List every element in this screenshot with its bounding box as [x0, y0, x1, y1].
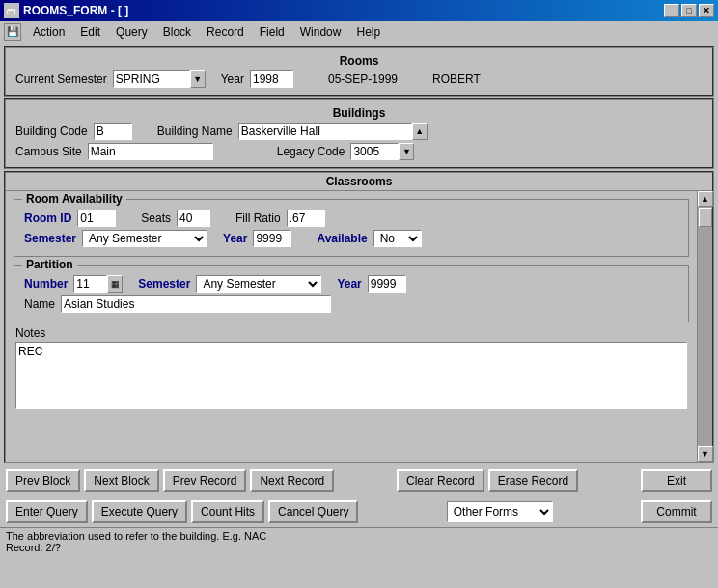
campus-site-row: Campus Site Legacy Code ▼	[15, 143, 703, 160]
notes-input[interactable]: REC	[15, 342, 687, 409]
room-availability-group: Room Availability Room ID Seats Fill Rat…	[14, 199, 689, 257]
app-icon: 🗃	[4, 3, 19, 18]
room-id-input[interactable]	[77, 210, 116, 227]
partition-number-label: Number	[24, 277, 68, 291]
date-display: 05-SEP-1999	[328, 72, 398, 86]
classrooms-scroll-area: Room Availability Room ID Seats Fill Rat…	[6, 191, 712, 462]
menu-help[interactable]: Help	[348, 23, 388, 41]
building-name-input[interactable]	[238, 123, 412, 140]
partition-name-input[interactable]	[61, 295, 331, 313]
current-semester-btn[interactable]: ▼	[190, 70, 206, 88]
partition-number-btn[interactable]: ▦	[107, 275, 123, 293]
building-code-label: Building Code	[15, 125, 88, 138]
partition-number-input[interactable]	[73, 275, 107, 293]
rooms-header: Rooms	[12, 54, 706, 68]
execute-query-button[interactable]: Execute Query	[92, 500, 187, 523]
window-controls: _ □ ✕	[664, 4, 714, 17]
ra-year-input[interactable]	[253, 230, 291, 247]
year-label: Year	[221, 72, 244, 86]
seats-input[interactable]	[177, 210, 210, 227]
menu-record[interactable]: Record	[199, 23, 252, 41]
user-display: ROBERT	[432, 72, 481, 86]
partition-year-label: Year	[337, 277, 361, 291]
next-record-button[interactable]: Next Record	[250, 469, 334, 492]
semester-row: Semester Any Semester Fall Spring Summer…	[24, 230, 678, 247]
legacy-code-label: Legacy Code	[277, 145, 345, 158]
minimize-button[interactable]: _	[664, 4, 679, 17]
campus-site-input[interactable]	[88, 143, 213, 160]
menu-action[interactable]: Action	[25, 23, 72, 41]
legacy-code-scroll-down[interactable]: ▼	[399, 143, 414, 160]
current-semester-label: Current Semester	[15, 72, 107, 86]
status-line2: Record: 2/?	[6, 542, 712, 553]
partition-number-field: ▦	[73, 275, 123, 293]
room-id-label: Room ID	[24, 211, 71, 225]
erase-record-button[interactable]: Erase Record	[488, 469, 578, 492]
scroll-thumb[interactable]	[699, 208, 712, 227]
exit-button[interactable]: Exit	[641, 469, 712, 492]
current-semester-row: Current Semester ▼ Year 05-SEP-1999 ROBE…	[15, 70, 703, 88]
menu-block[interactable]: Block	[155, 23, 199, 41]
fill-ratio-label: Fill Ratio	[235, 211, 281, 225]
classrooms-header: Classrooms	[6, 173, 712, 191]
buildings-section: Buildings Building Code Building Name ▲ …	[4, 98, 714, 169]
count-hits-button[interactable]: Count Hits	[191, 500, 264, 523]
button-row-2: Enter Query Execute Query Count Hits Can…	[0, 496, 718, 527]
maximize-button[interactable]: □	[681, 4, 697, 17]
partition-semester-label: Semester	[138, 277, 190, 291]
next-block-button[interactable]: Next Block	[84, 469, 158, 492]
partition-title: Partition	[22, 258, 77, 271]
partition-group: Partition Number ▦ Semester Any Semester…	[14, 265, 689, 322]
current-semester-field: ▼	[113, 70, 206, 88]
other-forms-select[interactable]: Other Forms	[447, 501, 553, 522]
building-name-label: Building Name	[157, 125, 233, 138]
room-availability-title: Room Availability	[22, 192, 126, 206]
seats-label: Seats	[141, 211, 171, 225]
notes-label: Notes	[15, 326, 687, 340]
other-forms-container: Other Forms	[447, 500, 553, 523]
menu-window[interactable]: Window	[292, 23, 349, 41]
clear-record-button[interactable]: Clear Record	[397, 469, 484, 492]
partition-name-label: Name	[24, 297, 55, 311]
partition-name-row: Name	[24, 295, 678, 313]
menu-edit[interactable]: Edit	[72, 23, 108, 41]
ra-semester-select[interactable]: Any Semester Fall Spring Summer	[82, 230, 207, 247]
menu-query[interactable]: Query	[108, 23, 155, 41]
button-row-1: Prev Block Next Block Prev Record Next R…	[0, 465, 718, 496]
prev-record-button[interactable]: Prev Record	[163, 469, 247, 492]
status-line1: The abbreviation used to refer to the bu…	[6, 530, 712, 542]
close-button[interactable]: ✕	[699, 4, 714, 17]
scroll-down-btn[interactable]: ▼	[698, 446, 713, 462]
building-code-input[interactable]	[94, 123, 132, 140]
classrooms-section: Classrooms Room Availability Room ID Sea…	[4, 171, 714, 463]
ra-year-label: Year	[223, 232, 247, 245]
current-semester-input[interactable]	[113, 70, 190, 88]
campus-site-label: Campus Site	[15, 145, 82, 158]
available-select[interactable]: No Yes	[373, 230, 422, 247]
partition-semester-select[interactable]: Any Semester Fall Spring Summer	[196, 275, 321, 293]
rooms-section: Rooms Current Semester ▼ Year 05-SEP-199…	[4, 46, 714, 97]
window-title: ROOMS_FORM - [ ]	[23, 4, 128, 17]
app-menu-icon[interactable]: 💾	[4, 23, 21, 41]
commit-button[interactable]: Commit	[641, 500, 712, 523]
scroll-track	[698, 207, 712, 446]
available-label: Available	[317, 232, 367, 245]
prev-block-button[interactable]: Prev Block	[6, 469, 80, 492]
buildings-header: Buildings	[12, 106, 706, 120]
legacy-code-input[interactable]	[350, 143, 399, 160]
cancel-query-button[interactable]: Cancel Query	[268, 500, 358, 523]
year-input[interactable]	[250, 70, 293, 88]
enter-query-button[interactable]: Enter Query	[6, 500, 88, 523]
menu-field[interactable]: Field	[252, 23, 292, 41]
title-bar: 🗃 ROOMS_FORM - [ ] _ □ ✕	[0, 0, 718, 21]
building-name-scroll-up[interactable]: ▲	[412, 123, 428, 140]
partition-year-input[interactable]	[368, 275, 406, 293]
building-name-field: ▲	[238, 123, 428, 140]
menu-bar: 💾 Action Edit Query Block Record Field W…	[0, 21, 718, 42]
fill-ratio-input[interactable]	[287, 210, 325, 227]
ra-semester-label: Semester	[24, 232, 76, 245]
notes-area: Notes REC	[15, 326, 687, 412]
classrooms-scrollbar[interactable]: ▲ ▼	[697, 191, 712, 462]
scroll-up-btn[interactable]: ▲	[698, 191, 713, 207]
classrooms-content: Room Availability Room ID Seats Fill Rat…	[6, 191, 697, 462]
